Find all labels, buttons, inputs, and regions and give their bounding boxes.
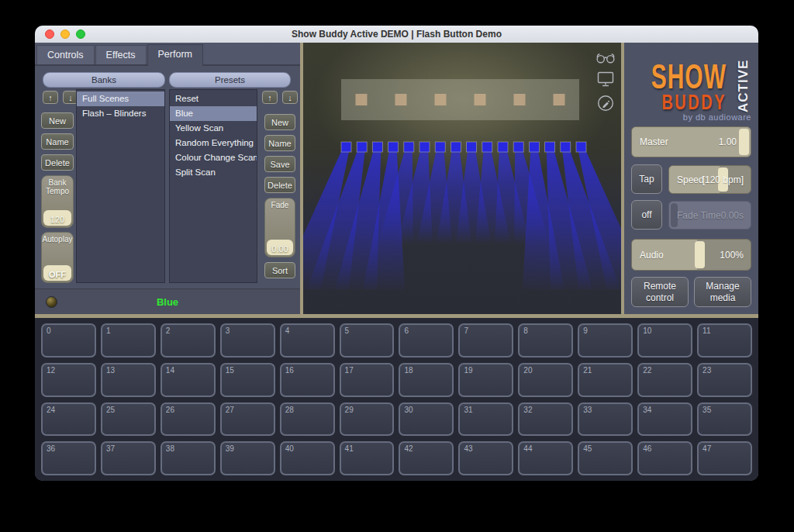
flash-button-16[interactable]: 16 xyxy=(280,363,335,397)
flash-button-1[interactable]: 1 xyxy=(101,323,156,358)
remote-control-button[interactable]: Remote control xyxy=(631,277,689,307)
bank-list-item[interactable]: Full Scenes xyxy=(77,92,164,106)
preset-new-button[interactable]: New xyxy=(264,114,295,130)
manage-media-button[interactable]: Manage media xyxy=(694,277,751,307)
flash-button-20[interactable]: 20 xyxy=(518,363,573,397)
flash-button-number: 42 xyxy=(404,444,413,453)
preset-list-item[interactable]: Reset xyxy=(170,92,257,106)
preset-list-item[interactable]: Blue xyxy=(170,106,257,121)
flash-button-11[interactable]: 11 xyxy=(697,323,752,358)
flash-button-number: 13 xyxy=(106,366,115,375)
preset-list-item[interactable]: Random Everything xyxy=(170,136,257,150)
bank-move-up-button[interactable]: ↑ xyxy=(43,91,58,104)
tap-button[interactable]: Tap xyxy=(631,164,662,194)
preset-sort-button[interactable]: Sort xyxy=(264,262,295,278)
tab-controls[interactable]: Controls xyxy=(36,45,95,64)
flash-button-7[interactable]: 7 xyxy=(458,323,513,358)
flash-button-38[interactable]: 38 xyxy=(161,441,216,475)
flash-button-33[interactable]: 33 xyxy=(578,402,633,437)
flash-button-27[interactable]: 27 xyxy=(220,402,275,437)
flash-button-18[interactable]: 18 xyxy=(399,363,454,397)
flash-button-24[interactable]: 24 xyxy=(41,402,96,437)
bank-delete-button[interactable]: Delete xyxy=(41,154,74,171)
preset-move-up-button[interactable]: ↑ xyxy=(262,91,278,104)
flash-button-6[interactable]: 6 xyxy=(399,323,454,358)
banks-header-button[interactable]: Banks xyxy=(43,72,165,88)
bank-list-item[interactable]: Flash – Blinders xyxy=(77,106,164,121)
flash-button-32[interactable]: 32 xyxy=(518,402,573,437)
flash-button-number: 46 xyxy=(643,444,651,453)
flash-button-26[interactable]: 26 xyxy=(161,402,216,437)
flash-button-17[interactable]: 17 xyxy=(340,363,395,397)
flash-button-14[interactable]: 14 xyxy=(161,363,216,397)
flash-button-22[interactable]: 22 xyxy=(637,363,692,397)
flash-button-5[interactable]: 5 xyxy=(340,323,395,358)
audio-slider[interactable]: Audio 100% xyxy=(631,239,751,271)
bank-new-button[interactable]: New xyxy=(41,112,74,129)
flash-button-29[interactable]: 29 xyxy=(340,402,395,437)
flash-button-41[interactable]: 41 xyxy=(340,441,395,475)
flash-button-number: 41 xyxy=(345,444,354,453)
flash-button-25[interactable]: 25 xyxy=(101,402,156,437)
flash-button-28[interactable]: 28 xyxy=(280,402,335,437)
flash-button-12[interactable]: 12 xyxy=(41,363,96,397)
flash-button-43[interactable]: 43 xyxy=(458,441,513,475)
flash-button-9[interactable]: 9 xyxy=(578,323,633,358)
flash-button-number: 39 xyxy=(226,444,234,453)
flash-button-39[interactable]: 39 xyxy=(220,441,275,475)
flash-button-21[interactable]: 21 xyxy=(578,363,633,397)
flash-button-47[interactable]: 47 xyxy=(697,441,752,475)
flash-button-number: 21 xyxy=(583,366,592,375)
preset-fade-slider[interactable]: Fade 0.00 xyxy=(264,198,295,257)
preset-delete-button[interactable]: Delete xyxy=(264,177,295,193)
master-slider[interactable]: Master 1.00 xyxy=(631,126,751,157)
bank-tempo-slider[interactable]: Bank Tempo 120 xyxy=(41,175,74,228)
flash-button-19[interactable]: 19 xyxy=(458,363,513,397)
flash-button-31[interactable]: 31 xyxy=(458,402,513,437)
preset-move-down-button[interactable]: ↓ xyxy=(282,91,298,104)
glasses-icon[interactable] xyxy=(596,50,616,64)
flash-button-15[interactable]: 15 xyxy=(220,363,275,397)
flash-button-44[interactable]: 44 xyxy=(518,441,573,475)
flash-button-37[interactable]: 37 xyxy=(101,441,156,475)
flash-button-46[interactable]: 46 xyxy=(637,441,692,475)
audio-slider-thumb[interactable] xyxy=(695,241,705,268)
flash-button-8[interactable]: 8 xyxy=(518,323,573,358)
presets-header-button[interactable]: Presets xyxy=(169,72,291,88)
tab-perform[interactable]: Perform xyxy=(147,44,203,66)
edit-icon[interactable] xyxy=(596,94,615,112)
stage-visualizer[interactable] xyxy=(303,43,621,314)
flash-button-4[interactable]: 4 xyxy=(280,323,335,358)
preset-list-item[interactable]: Colour Change Scan xyxy=(170,150,257,165)
preset-save-button[interactable]: Save xyxy=(264,156,295,172)
bank-name-button[interactable]: Name xyxy=(41,133,74,150)
preset-list-item[interactable]: Split Scan xyxy=(170,165,257,180)
flash-button-35[interactable]: 35 xyxy=(697,402,752,437)
banks-list[interactable]: Full ScenesFlash – Blinders xyxy=(76,89,165,283)
monitor-icon[interactable] xyxy=(596,71,615,87)
flash-button-40[interactable]: 40 xyxy=(280,441,335,475)
tab-effects[interactable]: Effects xyxy=(95,45,147,64)
flash-button-34[interactable]: 34 xyxy=(637,402,692,437)
flash-button-36[interactable]: 36 xyxy=(41,441,96,475)
presets-list[interactable]: ResetBlueYellow ScanRandom EverythingCol… xyxy=(169,89,257,283)
flash-button-30[interactable]: 30 xyxy=(399,402,454,437)
flash-button-0[interactable]: 0 xyxy=(41,323,96,358)
flash-button-13[interactable]: 13 xyxy=(101,363,156,397)
autoplay-slider[interactable]: Autoplay OFF xyxy=(41,232,74,283)
flash-button-2[interactable]: 2 xyxy=(161,323,216,358)
master-slider-thumb[interactable] xyxy=(739,129,749,155)
flash-button-10[interactable]: 10 xyxy=(637,323,692,358)
flash-button-3[interactable]: 3 xyxy=(220,323,275,358)
speed-slider[interactable]: Speed [120 bpm] xyxy=(668,165,751,194)
fade-time-slider[interactable]: Fade Time 0.00s xyxy=(668,201,751,230)
stage-scene xyxy=(303,43,621,314)
master-value: 1.00 xyxy=(719,136,737,147)
fade-off-button[interactable]: off xyxy=(631,200,662,230)
flash-button-42[interactable]: 42 xyxy=(399,441,454,475)
preset-list-item[interactable]: Yellow Scan xyxy=(170,121,257,136)
flash-button-45[interactable]: 45 xyxy=(578,441,633,475)
flash-button-23[interactable]: 23 xyxy=(697,363,752,397)
preset-name-button[interactable]: Name xyxy=(264,135,295,151)
logo-buddy-text: BUDDY xyxy=(661,91,727,115)
